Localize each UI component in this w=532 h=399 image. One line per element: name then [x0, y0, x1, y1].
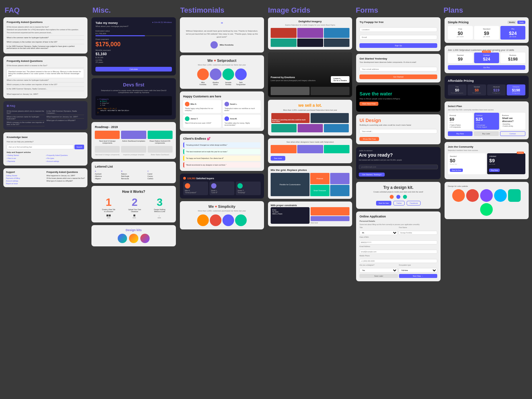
get-started-button[interactable]: Get Started	[359, 74, 437, 79]
affordable-advanced: Advanced $19 For Agencies	[487, 84, 506, 95]
swatch-blue	[494, 189, 507, 202]
faqapp-signup-button[interactable]: Sign Up	[359, 43, 437, 48]
knowledge-search-button[interactable]: Search	[74, 145, 84, 149]
happy-customers-card: Happy Customers are here Mike K. "Really…	[180, 91, 264, 131]
calculate-button[interactable]: Calculate	[95, 67, 172, 71]
mix-grid-title: Mix the grid. Replace photos	[271, 169, 349, 172]
next-step-button[interactable]: Next Step →	[399, 274, 437, 278]
designer-select[interactable]: Yes No	[359, 268, 398, 273]
faq-card-3: ⊞ FAQ Of the known planets which one is …	[3, 101, 87, 130]
get-started-subtitle: Your development team deserves better co…	[359, 61, 437, 63]
team-avatar-3	[222, 68, 234, 80]
plan-free: Free $0 per month	[448, 26, 473, 40]
faq-item-1[interactable]: What is the common name for hydrogen hyd…	[7, 35, 84, 40]
swatch-red	[466, 189, 479, 202]
started-email-input[interactable]	[359, 67, 437, 71]
mortgage-monthly: $1,160	[95, 52, 172, 56]
community-standard: Standard $0 Forever free Start for free	[448, 153, 486, 174]
we-heart-setproduct-card: We ♥ Setproduct More than 1,200+ custome…	[180, 55, 264, 89]
buy-now-button[interactable]: Buy Now	[448, 131, 472, 136]
firstname-input[interactable]	[399, 231, 437, 235]
monthly-tab[interactable]: Monthly	[507, 21, 517, 24]
app-email-input[interactable]	[359, 250, 437, 254]
title-select[interactable]: Mr. Mrs.	[359, 230, 398, 235]
ui-design-email-input[interactable]	[359, 129, 437, 134]
select-plan-business: Business Shall we discuss? • Everything …	[500, 113, 525, 130]
save-water-title: Save the water	[359, 91, 437, 96]
knowledge-search-input[interactable]	[7, 145, 73, 149]
quote-text: Without Setproduct, we would have gone b…	[184, 30, 260, 39]
team-avatar-1	[197, 68, 209, 80]
start-free-community-button[interactable]: Start for free	[450, 169, 463, 172]
team-avatar-2	[210, 68, 221, 80]
save-water-subtitle: Help to African people solve UI problems…	[359, 98, 437, 100]
phone-input[interactable]	[359, 259, 437, 263]
imagery-cell-2	[297, 28, 323, 38]
testimonials-column: " Without Setproduct, we would have gone…	[180, 17, 264, 229]
delightful-title: Delightful Imagery	[271, 20, 349, 23]
quote-card: " Without Setproduct, we would have gone…	[180, 17, 264, 53]
design-kits-title: Design kits	[95, 228, 172, 232]
imagery-cell-4	[271, 39, 297, 47]
save-later-button[interactable]: Save Later	[359, 274, 398, 278]
buy-later-button[interactable]: Buy Later	[474, 131, 498, 136]
dob-input[interactable]	[359, 240, 437, 244]
get-started-title: Get Started Yesterday	[359, 57, 437, 60]
get-started-testing-button[interactable]: Get Started, Testing it	[359, 173, 385, 177]
personal-details-label: Personal Details	[359, 220, 437, 222]
design-kit-twitter-button[interactable]: Twitter	[393, 201, 405, 205]
design-kit-swatch-2	[129, 234, 138, 243]
ui-design-card: Ui Design Building & Launching web sites…	[356, 114, 440, 144]
design-kit-start-button[interactable]: Start for free	[376, 201, 392, 205]
affordable-pricing-card: Affordable Pricing Free $0 For casual de…	[445, 76, 529, 99]
save-water-card: Save the water Help to African people so…	[356, 85, 440, 112]
select-plan-coolstart: Coolstart $25 /month • Full package • Pr…	[474, 113, 499, 130]
mortgage-title: Take my money	[95, 21, 128, 25]
affordable-standard: Standard $8 Per freelancer	[467, 84, 486, 95]
swatch-light-green	[480, 203, 493, 216]
design-kit-fb-button[interactable]: Facebook	[407, 201, 421, 205]
imagery-cell-3	[324, 28, 350, 38]
powered-emotions-card: Powered by Emotions Lorem ipsum text abo…	[268, 52, 352, 97]
occupation-select[interactable]: Full-time Part-time	[399, 268, 437, 273]
try-faqapp-title: Try Faqapp for free	[359, 21, 437, 24]
simplicity-avatar-2	[210, 214, 221, 226]
affordable-enterprise: Enterprise $198 For big teams	[507, 84, 525, 95]
location-input[interactable]	[359, 27, 437, 32]
affordable-pricing-title: Affordable Pricing	[448, 79, 525, 82]
are-you-ready-title: Are you ready?	[359, 152, 438, 158]
select-plan-card: Select Plan Join more than 500+ communit…	[445, 101, 529, 139]
contact-button[interactable]: Contact	[500, 131, 525, 136]
online-application-card: Online Application Personal Details Some…	[356, 211, 440, 281]
plan-pro: Pro $24 per month	[500, 26, 525, 40]
faq-item-3[interactable]: In the 1980 Summer Olympics, Nadia Coman…	[7, 44, 84, 50]
support-title: Support	[6, 171, 45, 173]
we-heart-subtitle: More than 1,200+ customers purchased our…	[183, 64, 261, 66]
design-kit-swatch-1	[118, 234, 127, 243]
save-water-button[interactable]: Start Now Free	[359, 102, 378, 106]
yearly-tab[interactable]: Yearly	[517, 21, 525, 24]
plans-column: Simple Pricing Monthly Yearly Free $0 pe…	[445, 17, 529, 219]
header-forms: Forms	[356, 6, 440, 15]
we-sell-title: we sell a lot.	[271, 103, 349, 108]
buy-now-unlimited-button[interactable]: Buy Now	[489, 169, 500, 172]
knowledge-base-title: Knowledge base	[7, 136, 84, 139]
simple-pricing-title: Simple Pricing	[448, 21, 469, 24]
email-input[interactable]	[359, 35, 437, 40]
quote-author: Mike Kondotta	[220, 44, 233, 46]
faq-item-2[interactable]: Which company is the number one importer…	[7, 40, 84, 44]
mortgage-question: What about your mortgage payment?	[95, 25, 128, 27]
forms-column: Try Faqapp for free Sign Up Get Started …	[356, 17, 440, 281]
show-me-free-button[interactable]: Show Me Free	[359, 137, 379, 141]
join-community-card: Join the Community Setproduct members ha…	[445, 142, 529, 179]
see-more-button[interactable]: See more	[271, 156, 285, 161]
faq-card-2-title: Frequently Asked Questions	[7, 60, 84, 63]
happy-customers-title: Happy Customers are here	[183, 95, 261, 98]
ui-design-title: Ui Design	[359, 118, 437, 123]
lettered-list-title: Lettered List	[95, 165, 172, 168]
devs-first-subtitle: Setproduct is aimed to equip every devel…	[95, 89, 172, 93]
go-pro-button[interactable]: Go Pro	[448, 65, 525, 70]
join-community-title: Join the Community	[448, 145, 525, 148]
imagery-cell-5	[297, 39, 323, 47]
ready-email-input[interactable]	[359, 165, 438, 169]
